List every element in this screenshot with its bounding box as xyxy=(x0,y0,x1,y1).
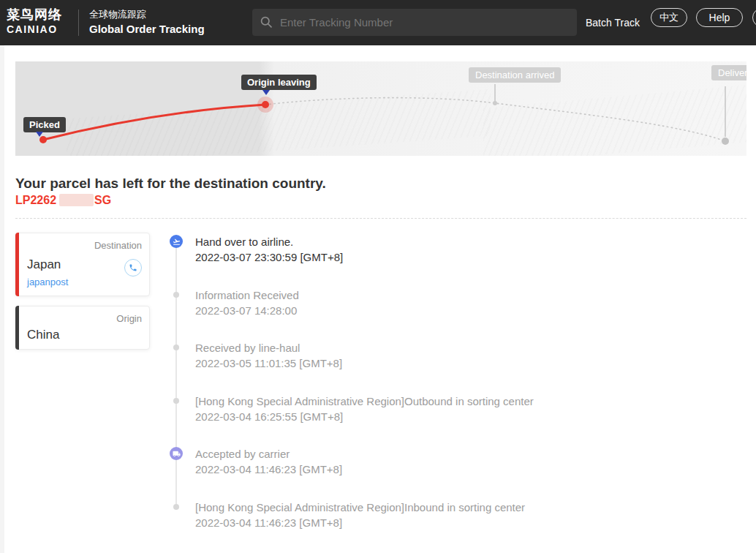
page-title-chinese: 全球物流跟踪 xyxy=(89,7,205,21)
batch-track-link[interactable]: Batch Track xyxy=(586,15,640,31)
destination-accent-bar xyxy=(15,233,19,296)
page-edge-strip xyxy=(0,45,4,553)
timeline-dot-icon xyxy=(173,292,179,298)
cutoff-edge-button[interactable] xyxy=(752,8,756,27)
origin-card: Origin China xyxy=(15,306,150,350)
timeline-entry-time: 2022-03-04 16:25:55 [GMT+8] xyxy=(195,409,343,424)
destination-carrier-link[interactable]: japanpost xyxy=(27,276,68,287)
origin-leaving-dot xyxy=(262,101,269,108)
route-path-svg xyxy=(15,61,746,156)
tracking-number-suffix: SG xyxy=(94,194,111,206)
timeline-entry-title: Hand over to airline. xyxy=(195,234,293,249)
timeline: Hand over to airline.2022-03-07 23:30:59… xyxy=(170,234,749,549)
timeline-entry-title: [Hong Kong Special Administrative Region… xyxy=(195,500,525,515)
top-header: 菜鸟网络 CAINIAO 全球物流跟踪 Global Order Trackin… xyxy=(0,0,756,45)
timeline-entry-time: 2022-03-04 11:46:23 [GMT+8] xyxy=(195,462,342,477)
origin-country: China xyxy=(27,328,59,342)
timeline-entry-time: 2022-03-07 23:30:59 [GMT+8] xyxy=(195,249,343,265)
logo-chinese: 菜鸟网络 xyxy=(7,7,62,23)
tracking-number-redaction xyxy=(59,194,94,206)
timeline-entry-title: [Hong Kong Special Administrative Region… xyxy=(195,394,534,409)
help-button[interactable]: Help xyxy=(696,8,743,27)
timeline-connector-line xyxy=(175,243,177,505)
timeline-entry-time: 2022-03-05 11:01:35 [GMT+8] xyxy=(195,356,342,371)
phone-icon xyxy=(129,263,137,272)
plane-takeoff-icon xyxy=(173,238,181,246)
marker-label-delivered: Delivered xyxy=(711,65,746,80)
plane-badge-icon xyxy=(170,235,183,248)
marker-label-origin-leaving: Origin leaving xyxy=(241,75,317,90)
tracking-progress-map: Picked Origin leaving Destination arrive… xyxy=(15,61,746,156)
destination-card: Destination Japan japanpost xyxy=(15,233,150,296)
delivered-dot xyxy=(722,138,729,145)
timeline-dot-icon xyxy=(173,504,179,510)
truck-badge-icon xyxy=(170,447,183,460)
origin-accent-bar xyxy=(15,306,19,350)
cainiao-logo[interactable]: 菜鸟网络 CAINIAO xyxy=(7,7,62,36)
marker-label-destination-arrived: Destination arrived xyxy=(469,67,561,83)
timeline-entry-time: 2022-03-07 14:28:00 xyxy=(195,303,297,318)
marker-pointer-origin-leaving xyxy=(262,90,270,99)
timeline-entry-title: Received by line-haul xyxy=(195,340,300,356)
page-title-english: Global Order Tracking xyxy=(89,21,205,37)
origin-role-label: Origin xyxy=(116,313,142,324)
timeline-entry-title: Information Received xyxy=(195,287,299,303)
tracking-search-box[interactable] xyxy=(252,9,577,36)
dashed-separator xyxy=(15,218,746,219)
route-cards: Destination Japan japanpost Origin China xyxy=(15,233,150,350)
marker-pointer-picked xyxy=(36,132,43,140)
language-toggle-button[interactable]: 中文 xyxy=(651,8,687,27)
timeline-entry-time: 2022-03-04 11:46:23 [GMT+8] xyxy=(195,515,342,530)
destination-country: Japan xyxy=(27,257,61,272)
marker-label-picked: Picked xyxy=(23,117,66,132)
timeline-entry-title: Accepted by carrier xyxy=(195,446,290,462)
timeline-dot-icon xyxy=(173,398,179,404)
tracking-search-input[interactable] xyxy=(280,16,570,29)
carrier-phone-button[interactable] xyxy=(124,259,142,276)
truck-icon xyxy=(173,450,181,458)
page-title: 全球物流跟踪 Global Order Tracking xyxy=(89,7,205,37)
header-divider xyxy=(78,10,79,36)
destination-role-label: Destination xyxy=(94,240,142,251)
timeline-dot-icon xyxy=(173,345,179,350)
destination-arrived-dot xyxy=(493,101,497,105)
search-icon xyxy=(260,15,273,29)
tracking-number-prefix: LP2262 xyxy=(15,194,56,206)
tracking-number: LP2262SG xyxy=(15,194,111,207)
status-headline: Your parcel has left for the destination… xyxy=(15,176,326,192)
logo-english: CAINIAO xyxy=(7,23,62,36)
